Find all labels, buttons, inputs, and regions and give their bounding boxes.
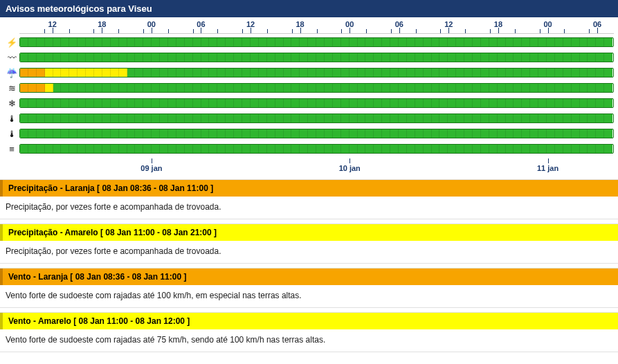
timeline-cell [209,99,217,107]
page-title: Avisos meteorológicos para Viseu [0,0,618,17]
timeline-cell [374,69,382,77]
timeline-cell [102,99,111,107]
timeline-cell [473,114,481,122]
timeline-cell [251,145,259,153]
timeline-cell [555,114,563,122]
timeline-cell [111,69,119,77]
timeline-cell [464,99,473,107]
timeline-cell [226,84,234,92]
time-axis-label: 00 [345,20,354,28]
timeline-cell [251,114,259,122]
timeline-cell [333,38,341,46]
timeline-cell [464,69,473,77]
warning-heading: Vento - Laranja [ 08 Jan 08:36 - 08 Jan … [0,269,618,285]
time-axis: 121800061218000612180006 [19,21,614,34]
timeline-cell [176,99,185,107]
timeline-cell [291,129,300,138]
timeline-cell [432,69,440,77]
timeline-cell [341,114,349,122]
timeline-cell [456,38,464,46]
timeline-cell [498,69,506,77]
timeline-cell [160,38,168,46]
timeline-cell [506,38,514,46]
timeline-cell [251,84,259,92]
timeline-cell [308,145,316,153]
timeline-cell [432,53,440,62]
timeline-cell [193,38,201,46]
timeline-cell [399,129,407,138]
timeline-cell [424,129,432,138]
timeline-cell [514,114,522,122]
timeline-cell [160,53,168,62]
timeline-cell [53,114,62,122]
timeline-cell [135,84,143,92]
wind-icon: ≋ [4,83,19,93]
timeline-cell [341,99,349,107]
timeline-cell [176,145,185,153]
timeline-cell [53,38,62,46]
timeline-cell [604,114,612,122]
warning-heading: Precipitação - Laranja [ 08 Jan 08:36 - … [0,180,618,197]
timeline-cell [522,69,530,77]
timeline-cell [45,69,53,77]
warning-heading: Precipitação - Amarelo [ 08 Jan 11:00 - … [0,224,618,241]
timeline-cell [127,38,136,46]
time-axis-minor-tick [589,29,590,33]
timeline-row: 🌡 [4,113,614,124]
timeline-cell [538,129,547,138]
timeline-cell [358,99,366,107]
time-axis-label: 12 [48,20,57,28]
warning-body: Precipitação, por vezes forte e acompanh… [0,197,618,219]
timeline-cell [358,129,366,138]
timeline-cell [572,99,580,107]
timeline-cell [209,114,217,122]
timeline-cell [152,114,160,122]
timeline-cell [316,114,325,122]
wave-icon: 〰 [4,53,19,63]
timeline-cell [160,114,168,122]
timeline-cell [127,99,136,107]
timeline-cell [168,114,176,122]
warning-heading: Vento - Amarelo [ 08 Jan 11:00 - 08 Jan … [0,313,618,329]
timeline-cell [259,99,267,107]
timeline-cell [300,145,308,153]
timeline-cell [382,129,390,138]
timeline-cell [61,69,69,77]
timeline-cell [588,99,596,107]
timeline-bar [19,113,614,123]
timeline-cell [555,84,563,92]
timeline-cell [456,114,464,122]
timeline-cell [399,84,407,92]
timeline-cell [341,129,349,138]
timeline-cell [119,99,127,107]
timeline-cell [291,114,300,122]
time-axis-minor-tick [217,29,218,33]
timeline-cell [251,99,259,107]
timeline-cell [325,84,333,92]
timeline-cell [588,129,596,138]
timeline-cell [333,53,341,62]
timeline-cell [530,129,538,138]
time-axis-minor-tick [540,29,540,33]
timeline-cell [489,114,498,122]
timeline-cell [538,84,547,92]
timeline-cell [514,129,522,138]
timeline-cell [78,38,86,46]
timeline-cell [439,69,448,77]
timeline-cell [152,145,160,153]
timeline-cell [267,129,275,138]
timeline-cell [374,38,382,46]
timeline-cell [193,99,201,107]
timeline-cell [604,38,612,46]
timeline-cell [111,129,119,138]
timeline-cell [242,69,251,77]
timeline-cell [284,145,292,153]
timeline-cell [399,69,407,77]
timeline-cell [69,145,78,153]
timeline-cell [78,114,86,122]
timeline-cell [69,99,78,107]
timeline-cell [316,129,325,138]
timeline-cell [217,145,226,153]
timeline-cell [325,145,333,153]
timeline-cell [555,53,563,62]
